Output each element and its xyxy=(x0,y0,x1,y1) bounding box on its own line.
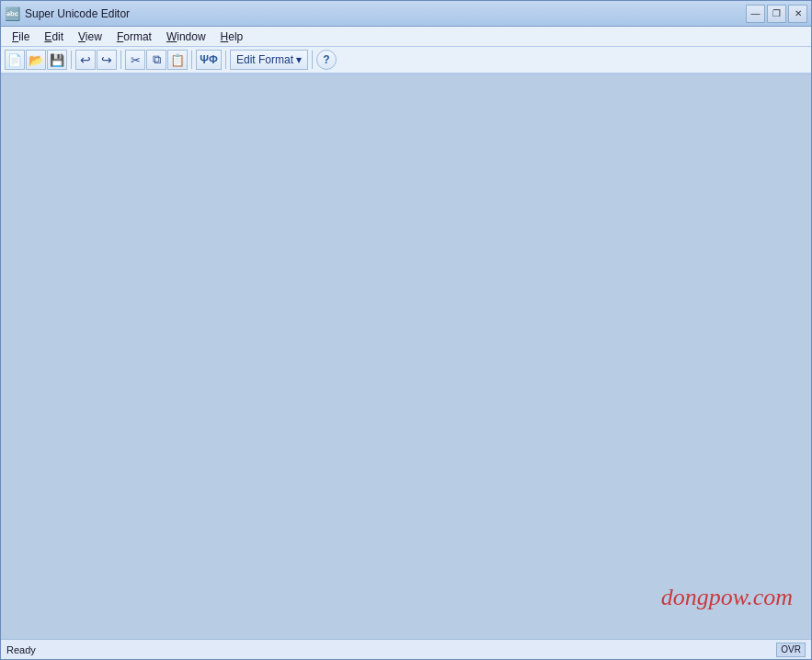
dropdown-arrow-icon: ▾ xyxy=(296,53,302,66)
edit-format-label: Edit Format xyxy=(236,53,293,66)
menu-item-format[interactable]: Format xyxy=(109,28,159,46)
main-content-area[interactable]: dongpow.com xyxy=(1,74,811,639)
toolbar-separator-5 xyxy=(312,51,313,69)
open-button[interactable] xyxy=(26,50,46,70)
save-button[interactable] xyxy=(47,50,67,70)
toolbar-separator-1 xyxy=(71,51,72,69)
new-icon xyxy=(7,53,22,67)
open-icon xyxy=(29,53,43,67)
main-window: 🔤 Super Unicode Editor — ❐ ✕ File Edit V… xyxy=(0,0,812,660)
undo-icon xyxy=(80,52,91,67)
toolbar-separator-4 xyxy=(225,51,226,69)
save-icon xyxy=(50,53,64,67)
help-icon: ? xyxy=(323,53,329,66)
toolbar-separator-3 xyxy=(191,51,192,69)
copy-icon xyxy=(153,52,161,67)
help-button[interactable]: ? xyxy=(316,50,337,70)
undo-button[interactable] xyxy=(75,50,96,70)
status-bar: Ready OVR xyxy=(1,639,811,659)
unicode-button[interactable]: ΨΦ xyxy=(196,50,222,70)
close-button[interactable]: ✕ xyxy=(788,5,807,23)
menu-item-edit[interactable]: Edit xyxy=(37,28,71,46)
menu-item-file[interactable]: File xyxy=(5,28,37,46)
new-button[interactable] xyxy=(5,50,25,70)
unicode-icon: ΨΦ xyxy=(200,53,218,66)
toolbar-separator-2 xyxy=(120,51,121,69)
watermark: dongpow.com xyxy=(661,584,793,611)
edit-format-button[interactable]: Edit Format ▾ xyxy=(230,50,308,70)
menu-item-view[interactable]: View xyxy=(71,28,109,46)
status-ovr-badge: OVR xyxy=(776,643,806,657)
title-bar-buttons: — ❐ ✕ xyxy=(746,5,807,23)
app-icon: 🔤 xyxy=(5,6,19,21)
menu-bar: File Edit View Format Window Help xyxy=(1,27,811,47)
title-bar: 🔤 Super Unicode Editor — ❐ ✕ xyxy=(1,1,811,27)
restore-button[interactable]: ❐ xyxy=(767,5,786,23)
copy-button[interactable] xyxy=(146,50,166,70)
cut-button[interactable] xyxy=(125,50,145,70)
redo-button[interactable] xyxy=(97,50,117,70)
menu-item-help[interactable]: Help xyxy=(213,28,251,46)
cut-icon xyxy=(131,53,141,67)
title-bar-left: 🔤 Super Unicode Editor xyxy=(5,6,130,21)
menu-item-window[interactable]: Window xyxy=(159,28,213,46)
paste-button[interactable] xyxy=(167,50,188,70)
status-ready-text: Ready xyxy=(6,644,36,655)
redo-icon xyxy=(101,52,112,67)
toolbar: ΨΦ Edit Format ▾ ? xyxy=(1,47,811,74)
window-title: Super Unicode Editor xyxy=(25,7,130,20)
paste-icon xyxy=(170,53,185,67)
minimize-button[interactable]: — xyxy=(746,5,765,23)
